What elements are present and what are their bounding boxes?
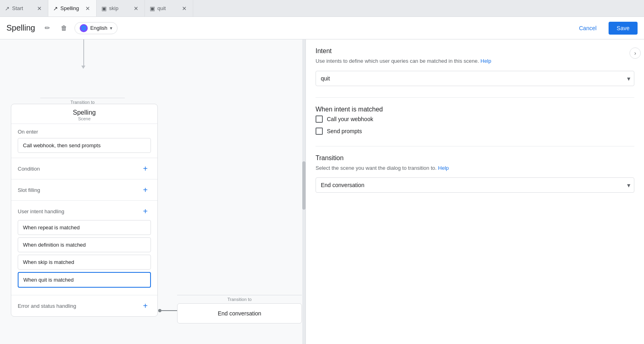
tab-spelling-label: Spelling	[60, 5, 79, 11]
send-prompts-label: Send prompts	[327, 128, 362, 134]
scene-header: Spelling Scene	[11, 104, 157, 124]
tab-start-label: Start	[12, 5, 23, 11]
page-title: Spelling	[6, 23, 35, 33]
slot-filling-add-button[interactable]: +	[140, 184, 151, 196]
edit-button[interactable]: ✏	[41, 22, 54, 35]
condition-section: Condition +	[11, 158, 157, 179]
tab-quit-close[interactable]: ✕	[181, 5, 188, 12]
intent-help-link[interactable]: Help	[481, 58, 491, 64]
transition-subtitle: Select the scene you want the dialog to …	[316, 164, 634, 172]
error-handling-label: Error and status handling	[18, 303, 76, 309]
tab-skip-label: skip	[109, 5, 118, 11]
tab-skip-close[interactable]: ✕	[132, 5, 140, 12]
spelling-tab-icon: ↗	[53, 5, 58, 12]
canvas: Transition to Spelling Scene On enter Ca…	[0, 39, 306, 344]
end-conversation-box[interactable]: End conversation	[177, 303, 302, 323]
conn-line	[161, 310, 178, 311]
divider-2	[316, 146, 634, 146]
call-webhook-checkbox[interactable]	[316, 115, 323, 123]
user-intent-add-button[interactable]: +	[140, 206, 151, 217]
user-intent-section: User intent handling + When repeat is ma…	[11, 201, 157, 295]
error-handling-section: Error and status handling +	[11, 295, 157, 316]
call-webhook-label: Call your webhook	[327, 116, 373, 122]
intent-select-wrapper: quit skip repeat definition ▾	[316, 71, 634, 86]
scene-card: Spelling Scene On enter Call webhook, th…	[11, 104, 158, 317]
end-conversation-container: Transition to End conversation	[177, 295, 302, 323]
tab-start[interactable]: ↗ Start ✕	[0, 0, 48, 16]
tab-quit[interactable]: ▣ quit ✕	[145, 0, 193, 16]
transition-help-link[interactable]: Help	[438, 165, 449, 171]
transition-select-wrapper: End conversation Spelling Start ▾	[316, 177, 634, 193]
condition-label: Condition	[18, 166, 40, 172]
cancel-button[interactable]: Cancel	[571, 22, 605, 35]
intent-quit[interactable]: When quit is matched	[18, 272, 151, 288]
save-button[interactable]: Save	[609, 22, 638, 35]
send-prompts-checkbox[interactable]	[316, 128, 323, 135]
delete-button[interactable]: 🗑	[58, 22, 70, 35]
intent-title: Intent	[316, 47, 634, 55]
language-button[interactable]: 🌐 English ▾	[74, 22, 118, 34]
intent-repeat[interactable]: When repeat is matched	[18, 220, 151, 235]
tab-quit-label: quit	[157, 5, 166, 11]
scene-type: Scene	[11, 116, 157, 121]
when-intent-matched-section: When intent is matched Call your webhook…	[316, 106, 634, 135]
intent-subtitle: Use intents to define which user queries…	[316, 57, 634, 65]
header: Spelling ✏ 🗑 🌐 English ▾ Cancel Save	[0, 17, 644, 39]
tab-start-close[interactable]: ✕	[36, 5, 43, 12]
on-enter-section: On enter Call webhook, then send prompts	[11, 124, 157, 158]
slot-filling-section: Slot filling +	[11, 179, 157, 201]
divider-1	[316, 97, 634, 98]
intent-definition[interactable]: When definition is matched	[18, 237, 151, 252]
transition-title: Transition	[316, 154, 634, 162]
slot-filling-label: Slot filling	[18, 187, 40, 193]
scrollbar[interactable]	[302, 39, 305, 344]
arrow-head	[81, 66, 85, 69]
tab-spelling-close[interactable]: ✕	[84, 5, 91, 12]
scrollbar-thumb[interactable]	[302, 161, 305, 210]
panel-collapse-button[interactable]: ›	[630, 47, 641, 59]
intent-skip[interactable]: When skip is matched	[18, 255, 151, 270]
globe-icon: 🌐	[80, 24, 88, 32]
send-prompts-row: Send prompts	[316, 128, 634, 135]
error-handling-add-button[interactable]: +	[140, 300, 151, 311]
skip-tab-icon: ▣	[101, 5, 107, 12]
main-layout: Transition to Spelling Scene On enter Ca…	[0, 39, 644, 344]
lang-dropdown-icon: ▾	[110, 25, 112, 31]
tab-bar: ↗ Start ✕ ↗ Spelling ✕ ▣ skip ✕ ▣ quit ✕	[0, 0, 644, 17]
on-enter-label: On enter	[18, 129, 151, 135]
quit-tab-icon: ▣	[150, 5, 155, 12]
user-intent-label: User intent handling	[18, 208, 64, 214]
call-webhook-row: Call your webhook	[316, 115, 634, 123]
tab-spelling[interactable]: ↗ Spelling ✕	[48, 0, 97, 16]
language-label: English	[90, 25, 107, 31]
arrow-line	[83, 39, 84, 68]
start-tab-icon: ↗	[5, 5, 10, 12]
conn-dot	[158, 309, 161, 312]
end-conv-transition-label: Transition to	[177, 295, 302, 302]
user-intent-header: User intent handling +	[18, 206, 151, 220]
right-panel: › Intent Use intents to define which use…	[306, 39, 644, 344]
intent-section: Intent Use intents to define which user …	[316, 47, 634, 86]
scene-name: Spelling	[11, 109, 157, 116]
tab-skip[interactable]: ▣ skip ✕	[97, 0, 145, 16]
transition-select[interactable]: End conversation Spelling Start	[316, 177, 634, 193]
when-intent-matched-title: When intent is matched	[316, 106, 634, 113]
transition-section: Transition Select the scene you want the…	[316, 154, 634, 193]
on-enter-item[interactable]: Call webhook, then send prompts	[18, 138, 151, 153]
condition-add-button[interactable]: +	[140, 163, 151, 174]
intent-select[interactable]: quit skip repeat definition	[316, 71, 634, 86]
